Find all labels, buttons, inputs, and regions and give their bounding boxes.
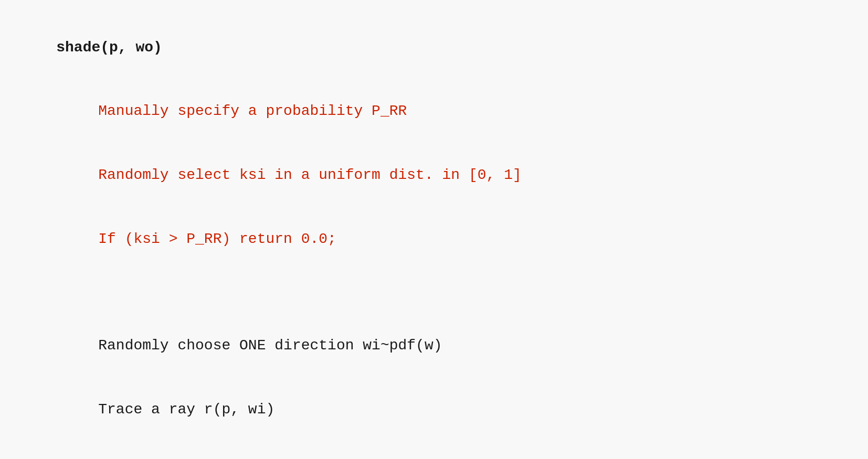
func-text: shade(p, wo) [56, 39, 162, 56]
line-comment-manually: Manually specify a probability P_RR [21, 80, 847, 144]
comment-randomly-ksi-text: Randomly select ksi in a uniform dist. i… [98, 167, 522, 183]
randomly-choose-text: Randomly choose ONE direction wi~pdf(w) [98, 337, 442, 354]
line-comment-if: If (ksi > P_RR) return 0.0; [21, 207, 847, 271]
comment-manually-text: Manually specify a probability P_RR [98, 103, 407, 119]
code-block: shade(p, wo) Manually specify a probabil… [21, 16, 847, 459]
line-trace-ray: Trace a ray r(p, wi) [21, 378, 847, 442]
comment-if-text: If (ksi > P_RR) return 0.0; [98, 231, 336, 247]
trace-ray-text: Trace a ray r(p, wi) [98, 401, 274, 418]
line-if-hit-light: If ray r hit the light [21, 442, 847, 459]
line-randomly-choose: Randomly choose ONE direction wi~pdf(w) [21, 314, 847, 378]
line-empty2 [21, 293, 847, 314]
line-function-signature: shade(p, wo) [21, 16, 847, 80]
line-comment-randomly-ksi: Randomly select ksi in a uniform dist. i… [21, 144, 847, 208]
line-empty1 [21, 271, 847, 293]
